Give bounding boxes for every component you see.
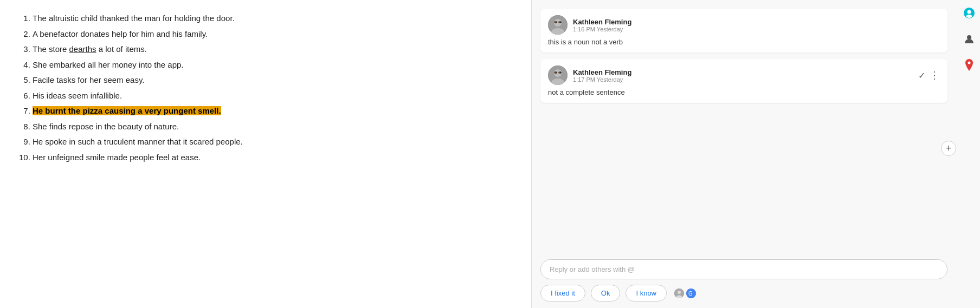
comment-meta-2: Kathleen Fleming 1:17 PM Yesterday [573,68,631,83]
list-item: A benefactor donates help for him and hi… [33,27,515,42]
i-fixed-it-button[interactable]: I fixed it [540,285,585,302]
list-item: She finds repose in the beauty of nature… [33,119,515,135]
reply-input[interactable]: Reply or add others with @ [540,259,947,279]
highlighted-word: dearths [69,44,96,54]
list-item: He spoke in such a truculent manner that… [33,134,515,150]
add-comment-button[interactable]: + [941,141,956,156]
avatar-1 [548,15,568,35]
ok-button[interactable]: Ok [591,285,621,302]
list-item: The store dearths a lot of items. [33,42,515,57]
comment-actions-2: ✓ ⋮ [918,69,940,81]
list-item: The altruistic child thanked the man for… [33,11,515,27]
svg-point-1 [968,10,971,14]
comments-panel: Kathleen Fleming 1:16 PM Yesterday this … [532,0,980,308]
comment-time-2: 1:17 PM Yesterday [573,76,631,83]
svg-point-20 [678,291,681,294]
commenter-name-2: Kathleen Fleming [573,68,631,76]
resolve-icon[interactable]: ✓ [918,70,925,81]
svg-point-10 [556,22,557,23]
svg-text:G: G [688,291,693,297]
small-avatar-icons: G [674,289,696,298]
comment-time-1: 1:16 PM Yesterday [573,26,631,32]
highlighted-sentence: He burnt the pizza causing a very pungen… [33,106,221,115]
svg-point-3 [967,35,971,40]
svg-point-18 [560,72,562,74]
list-item: Facile tasks for her seem easy. [33,73,515,88]
i-know-button[interactable]: I know [626,285,667,302]
more-options-icon[interactable]: ⋮ [930,69,940,81]
comment-card-1: Kathleen Fleming 1:16 PM Yesterday this … [540,9,947,53]
list-item: He burnt the pizza causing a very pungen… [33,103,515,119]
comment-card-2: Kathleen Fleming 1:17 PM Yesterday ✓ ⋮ n… [540,59,947,103]
svg-point-4 [968,62,971,64]
commenter-name-1: Kathleen Fleming [573,18,631,26]
small-avatar-icon-1 [674,289,684,298]
person-icon[interactable] [962,31,977,47]
comment-text-1: this is a noun not a verb [548,38,940,46]
comments-list: Kathleen Fleming 1:16 PM Yesterday this … [540,9,971,254]
small-avatar-icon-2: G [686,289,696,298]
list-item: His ideas seem infallible. [33,88,515,104]
location-icon[interactable] [962,57,977,73]
comment-header-1: Kathleen Fleming 1:16 PM Yesterday [548,15,940,35]
teal-circle-icon [962,5,977,21]
svg-point-2 [966,15,972,18]
comment-text-2: not a complete sentence [548,88,940,96]
list-item: She embarked all her money into the app. [33,57,515,73]
reply-area: Reply or add others with @ I fixed it Ok… [540,259,971,302]
document-content: The altruistic child thanked the man for… [0,0,531,308]
reply-buttons-row: I fixed it Ok I know G [540,285,947,302]
svg-point-11 [560,22,562,23]
list-item: Her unfeigned smile made people feel at … [33,150,515,166]
svg-point-17 [556,72,557,74]
sidebar-icons-container [958,0,980,308]
avatar-2 [548,65,568,85]
comment-header-2: Kathleen Fleming 1:17 PM Yesterday ✓ ⋮ [548,65,940,85]
comment-meta-1: Kathleen Fleming 1:16 PM Yesterday [573,18,631,32]
